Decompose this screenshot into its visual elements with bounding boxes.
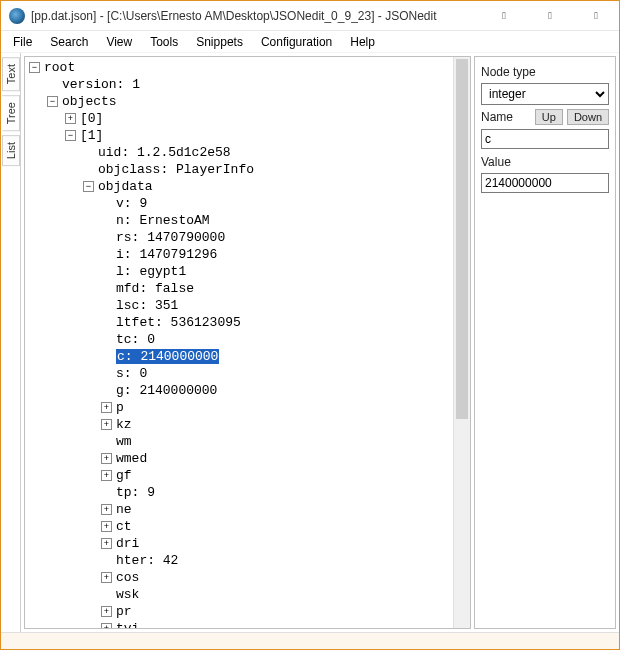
tree-node-label: tp: 9 xyxy=(116,485,155,500)
tree-node[interactable]: tc: 0 xyxy=(27,331,453,348)
tree-node-label: kz xyxy=(116,417,132,432)
tree-node-label: objdata xyxy=(98,179,153,194)
collapse-icon[interactable] xyxy=(65,130,76,141)
tree-node[interactable]: hter: 42 xyxy=(27,552,453,569)
tree-node[interactable]: tyi xyxy=(27,620,453,628)
expand-icon[interactable] xyxy=(101,623,112,628)
tree-node-label: ct xyxy=(116,519,132,534)
tree-node[interactable]: dri xyxy=(27,535,453,552)
tree-node-label: lsc: 351 xyxy=(116,298,178,313)
menu-help[interactable]: Help xyxy=(342,33,383,51)
expand-icon[interactable] xyxy=(101,504,112,515)
expand-icon[interactable] xyxy=(101,572,112,583)
tree-node[interactable]: n: ErnestoAM xyxy=(27,212,453,229)
tree-node-label: l: egypt1 xyxy=(116,264,186,279)
tree-node-label: ltfet: 536123095 xyxy=(116,315,241,330)
menu-snippets[interactable]: Snippets xyxy=(188,33,251,51)
collapse-icon[interactable] xyxy=(29,62,40,73)
expand-icon[interactable] xyxy=(101,538,112,549)
expand-icon[interactable] xyxy=(101,402,112,413)
tree-node[interactable]: wmed xyxy=(27,450,453,467)
main-area: rootversion: 1objects[0][1]uid: 1.2.5d1c… xyxy=(21,53,619,632)
tree-node[interactable]: c: 2140000000 xyxy=(27,348,453,365)
down-button[interactable]: Down xyxy=(567,109,609,125)
tree-node[interactable]: root xyxy=(27,59,453,76)
tree-node[interactable]: [0] xyxy=(27,110,453,127)
menu-file[interactable]: File xyxy=(5,33,40,51)
side-tab-list[interactable]: List xyxy=(2,135,20,166)
tree-node[interactable]: lsc: 351 xyxy=(27,297,453,314)
tree-node[interactable]: ct xyxy=(27,518,453,535)
node-type-select[interactable]: integer xyxy=(481,83,609,105)
tree-node[interactable]: v: 9 xyxy=(27,195,453,212)
menubar: FileSearchViewToolsSnippetsConfiguration… xyxy=(1,31,619,53)
titlebar[interactable]: [pp.dat.json] - [C:\Users\Ernesto AM\Des… xyxy=(1,1,619,31)
tree-scrollbar[interactable] xyxy=(453,57,470,628)
tree-node-label: gf xyxy=(116,468,132,483)
tree-node[interactable]: tp: 9 xyxy=(27,484,453,501)
tree-node[interactable]: s: 0 xyxy=(27,365,453,382)
tree-node[interactable]: wm xyxy=(27,433,453,450)
close-button[interactable]:  xyxy=(573,1,619,30)
tree-node[interactable]: p xyxy=(27,399,453,416)
tree-node[interactable]: objclass: PlayerInfo xyxy=(27,161,453,178)
expand-icon[interactable] xyxy=(101,453,112,464)
tree-node[interactable]: ltfet: 536123095 xyxy=(27,314,453,331)
tree-node[interactable]: uid: 1.2.5d1c2e58 xyxy=(27,144,453,161)
tree-view[interactable]: rootversion: 1objects[0][1]uid: 1.2.5d1c… xyxy=(25,57,453,628)
tree-node-label: n: ErnestoAM xyxy=(116,213,210,228)
tree-node[interactable]: pr xyxy=(27,603,453,620)
tree-node[interactable]: l: egypt1 xyxy=(27,263,453,280)
tree-node-label: tyi xyxy=(116,621,139,628)
tree-node-label: cos xyxy=(116,570,139,585)
menu-configuration[interactable]: Configuration xyxy=(253,33,340,51)
side-tab-tree[interactable]: Tree xyxy=(2,95,20,131)
tree-node[interactable]: i: 1470791296 xyxy=(27,246,453,263)
tree-node[interactable]: wsk xyxy=(27,586,453,603)
tree-node-label: hter: 42 xyxy=(116,553,178,568)
minimize-button[interactable]:  xyxy=(481,1,527,30)
tree-node-label: uid: 1.2.5d1c2e58 xyxy=(98,145,231,160)
tree-node-label: wm xyxy=(116,434,132,449)
tree-node[interactable]: objdata xyxy=(27,178,453,195)
tree-node-label: s: 0 xyxy=(116,366,147,381)
tree-node-label: g: 2140000000 xyxy=(116,383,217,398)
tree-node-label: v: 9 xyxy=(116,196,147,211)
menu-search[interactable]: Search xyxy=(42,33,96,51)
expand-icon[interactable] xyxy=(101,606,112,617)
menu-tools[interactable]: Tools xyxy=(142,33,186,51)
tree-node-label: objclass: PlayerInfo xyxy=(98,162,254,177)
value-field[interactable] xyxy=(481,173,609,193)
collapse-icon[interactable] xyxy=(83,181,94,192)
expand-icon[interactable] xyxy=(101,521,112,532)
expand-icon[interactable] xyxy=(101,419,112,430)
tree-node-label: dri xyxy=(116,536,139,551)
tree-node-label: wmed xyxy=(116,451,147,466)
collapse-icon[interactable] xyxy=(47,96,58,107)
tree-node[interactable]: [1] xyxy=(27,127,453,144)
tree-node[interactable]: g: 2140000000 xyxy=(27,382,453,399)
up-button[interactable]: Up xyxy=(535,109,563,125)
tree-node[interactable]: objects xyxy=(27,93,453,110)
expand-icon[interactable] xyxy=(101,470,112,481)
node-type-label: Node type xyxy=(481,65,609,79)
tree-node-label: i: 1470791296 xyxy=(116,247,217,262)
menu-view[interactable]: View xyxy=(98,33,140,51)
tree-node[interactable]: gf xyxy=(27,467,453,484)
scrollbar-thumb[interactable] xyxy=(456,59,468,419)
tree-node[interactable]: kz xyxy=(27,416,453,433)
expand-icon[interactable] xyxy=(65,113,76,124)
side-tab-text[interactable]: Text xyxy=(2,57,20,91)
tree-node[interactable]: rs: 1470790000 xyxy=(27,229,453,246)
maximize-button[interactable]:  xyxy=(527,1,573,30)
value-label: Value xyxy=(481,155,609,169)
tree-node[interactable]: mfd: false xyxy=(27,280,453,297)
tree-node[interactable]: version: 1 xyxy=(27,76,453,93)
tree-node[interactable]: cos xyxy=(27,569,453,586)
name-label: Name xyxy=(481,110,531,124)
side-tabs: TextTreeList xyxy=(1,53,21,632)
client-area: TextTreeList rootversion: 1objects[0][1]… xyxy=(1,53,619,632)
tree-node-label: mfd: false xyxy=(116,281,194,296)
tree-node[interactable]: ne xyxy=(27,501,453,518)
name-field[interactable] xyxy=(481,129,609,149)
